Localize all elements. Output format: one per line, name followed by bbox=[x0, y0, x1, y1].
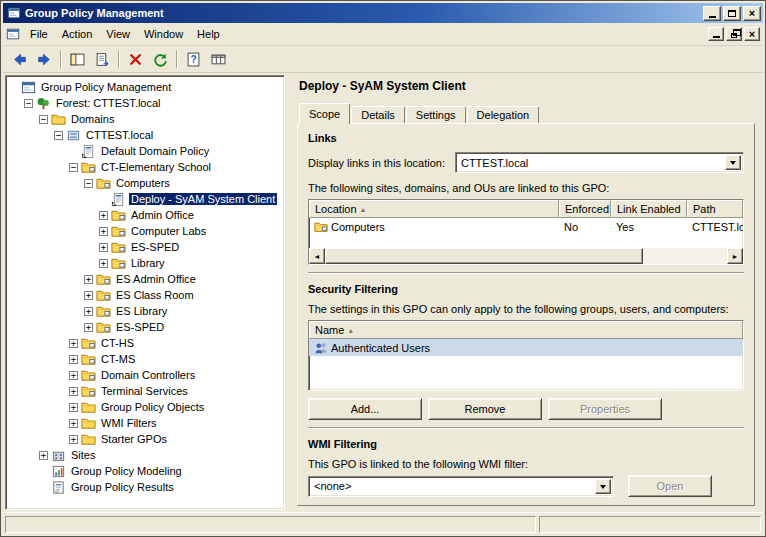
tree-item-computer-labs[interactable]: +Computer Labs bbox=[7, 223, 283, 239]
open-button[interactable]: Open bbox=[628, 475, 712, 497]
title-bar[interactable]: Group Policy Management × bbox=[3, 3, 763, 23]
menu-file[interactable]: File bbox=[23, 24, 55, 44]
column-header-link-enabled[interactable]: Link Enabled bbox=[611, 200, 687, 218]
column-header-path[interactable]: Path bbox=[687, 200, 743, 218]
tree-item-group-policy-objects[interactable]: +Group Policy Objects bbox=[7, 399, 283, 415]
security-row-authenticated-users[interactable]: Authenticated Users bbox=[309, 339, 743, 356]
tab-scope[interactable]: Scope bbox=[299, 103, 350, 124]
expand-icon[interactable]: + bbox=[39, 451, 48, 460]
remove-button[interactable]: Remove bbox=[428, 398, 542, 420]
close-button[interactable]: × bbox=[743, 6, 761, 21]
properties-button[interactable]: Properties bbox=[548, 398, 662, 420]
location-combobox[interactable]: CTTEST.local bbox=[455, 152, 744, 173]
tree-item-es-sped[interactable]: +ES-SPED bbox=[7, 239, 283, 255]
expand-icon[interactable]: + bbox=[99, 259, 108, 268]
expand-icon[interactable]: + bbox=[84, 307, 93, 316]
scrollbar-thumb[interactable] bbox=[325, 248, 643, 264]
tree-item-domain-controllers[interactable]: +Domain Controllers bbox=[7, 367, 283, 383]
expander-spacer bbox=[39, 467, 48, 476]
ou-icon bbox=[111, 224, 126, 239]
tree-item-computers[interactable]: −Computers bbox=[7, 175, 283, 191]
tree-item-group-policy-results[interactable]: Group Policy Results bbox=[7, 479, 283, 495]
mdi-close-button[interactable]: × bbox=[744, 27, 760, 41]
expand-icon[interactable]: + bbox=[99, 211, 108, 220]
tree-item-library[interactable]: +Library bbox=[7, 255, 283, 271]
tree-item-group-policy-modeling[interactable]: Group Policy Modeling bbox=[7, 463, 283, 479]
tree-item-es-library[interactable]: +ES Library bbox=[7, 303, 283, 319]
wmi-filter-combobox[interactable]: <none> bbox=[308, 476, 614, 497]
security-principal-name: Authenticated Users bbox=[331, 342, 430, 354]
dropdown-arrow-icon[interactable] bbox=[725, 155, 741, 170]
menu-action[interactable]: Action bbox=[55, 24, 100, 44]
refresh-icon bbox=[153, 52, 168, 67]
menu-help[interactable]: Help bbox=[190, 24, 227, 44]
refresh-button[interactable] bbox=[148, 48, 172, 71]
forward-button[interactable] bbox=[32, 48, 56, 71]
sort-ascending-icon: ▲ bbox=[347, 327, 354, 334]
tree-item-ct-ms[interactable]: +CT-MS bbox=[7, 351, 283, 367]
back-button[interactable] bbox=[7, 48, 31, 71]
mdi-restore-button[interactable] bbox=[726, 27, 742, 41]
show-console-tree-button[interactable] bbox=[65, 48, 89, 71]
collapse-icon[interactable]: − bbox=[39, 115, 48, 124]
add-button[interactable]: Add... bbox=[308, 398, 422, 420]
column-header-location[interactable]: Location ▲ bbox=[309, 200, 559, 218]
tree-item-deploy-syam-system-client[interactable]: Deploy - SyAM System Client bbox=[7, 191, 283, 207]
expand-icon[interactable]: + bbox=[84, 291, 93, 300]
tree-item-es-sped[interactable]: +ES-SPED bbox=[7, 319, 283, 335]
help-button[interactable] bbox=[181, 48, 205, 71]
tab-details[interactable]: Details bbox=[351, 106, 405, 123]
scroll-left-button[interactable]: ◄ bbox=[309, 248, 325, 264]
tab-settings[interactable]: Settings bbox=[406, 106, 466, 123]
tree-item-label: Group Policy Management bbox=[39, 81, 173, 93]
menu-view[interactable]: View bbox=[99, 24, 137, 44]
expand-icon[interactable]: + bbox=[69, 435, 78, 444]
tree-item-es-class-room[interactable]: +ES Class Room bbox=[7, 287, 283, 303]
scrollbar-track[interactable] bbox=[325, 248, 727, 264]
tree-item-ct-elementary-school[interactable]: −CT-Elementary School bbox=[7, 159, 283, 175]
tree-item-group-policy-management[interactable]: Group Policy Management bbox=[7, 79, 283, 95]
expand-icon[interactable]: + bbox=[69, 387, 78, 396]
tree-item-wmi-filters[interactable]: +WMI Filters bbox=[7, 415, 283, 431]
delete-button[interactable] bbox=[123, 48, 147, 71]
tree-item-domains[interactable]: −Domains bbox=[7, 111, 283, 127]
ou-icon bbox=[96, 176, 111, 191]
expand-icon[interactable]: + bbox=[69, 403, 78, 412]
expand-icon[interactable]: + bbox=[69, 371, 78, 380]
tree-item-cttest-local[interactable]: −CTTEST.local bbox=[7, 127, 283, 143]
scroll-right-button[interactable]: ► bbox=[727, 248, 743, 264]
mdi-minimize-button[interactable] bbox=[708, 27, 724, 41]
collapse-icon[interactable]: − bbox=[84, 179, 93, 188]
links-horizontal-scrollbar[interactable]: ◄ ► bbox=[309, 248, 743, 264]
expand-icon[interactable]: + bbox=[69, 355, 78, 364]
tree-item-ct-hs[interactable]: +CT-HS bbox=[7, 335, 283, 351]
delete-icon bbox=[128, 52, 143, 67]
dropdown-arrow-icon[interactable] bbox=[595, 479, 611, 494]
expand-icon[interactable]: + bbox=[69, 419, 78, 428]
column-header-name[interactable]: Name ▲ bbox=[309, 321, 743, 339]
expand-icon[interactable]: + bbox=[99, 227, 108, 236]
collapse-icon[interactable]: − bbox=[54, 131, 63, 140]
minimize-button[interactable] bbox=[703, 6, 721, 21]
tree-item-sites[interactable]: +Sites bbox=[7, 447, 283, 463]
column-options-button[interactable] bbox=[206, 48, 230, 71]
tree-item-forest-cttest-local[interactable]: −Forest: CTTEST.local bbox=[7, 95, 283, 111]
maximize-button[interactable] bbox=[723, 6, 741, 21]
expand-icon[interactable]: + bbox=[84, 323, 93, 332]
expand-icon[interactable]: + bbox=[84, 275, 93, 284]
column-header-enforced[interactable]: Enforced bbox=[559, 200, 611, 218]
tree-item-es-admin-office[interactable]: +ES Admin Office bbox=[7, 271, 283, 287]
menu-window[interactable]: Window bbox=[137, 24, 190, 44]
collapse-icon[interactable]: − bbox=[24, 99, 33, 108]
collapse-icon[interactable]: − bbox=[69, 163, 78, 172]
tab-delegation[interactable]: Delegation bbox=[467, 106, 540, 123]
tree-item-default-domain-policy[interactable]: Default Domain Policy bbox=[7, 143, 283, 159]
expand-icon[interactable]: + bbox=[99, 243, 108, 252]
tree-item-admin-office[interactable]: +Admin Office bbox=[7, 207, 283, 223]
tree-item-terminal-services[interactable]: +Terminal Services bbox=[7, 383, 283, 399]
tree-item-starter-gpos[interactable]: +Starter GPOs bbox=[7, 431, 283, 447]
export-list-button[interactable] bbox=[90, 48, 114, 71]
links-row-computers[interactable]: Computers No Yes CTTEST.lo bbox=[309, 218, 743, 235]
expand-icon[interactable]: + bbox=[69, 339, 78, 348]
window-controls: × bbox=[703, 6, 761, 21]
